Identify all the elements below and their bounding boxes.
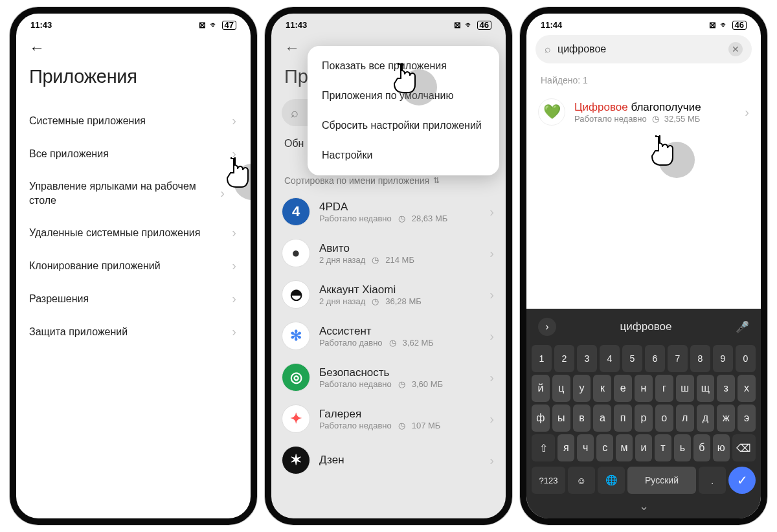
key[interactable]: ф [532, 405, 550, 432]
search-input[interactable]: ⌕ цифровое ✕ [535, 35, 752, 63]
app-name: Безопасность [319, 366, 480, 379]
key[interactable]: 0 [736, 345, 756, 372]
key[interactable]: 3 [577, 345, 597, 372]
popup-reset[interactable]: Сбросить настройки приложений [308, 111, 499, 140]
app-icon: ✻ [282, 322, 310, 350]
app-name: Дзен [319, 454, 480, 467]
search-icon: ⌕ [545, 43, 551, 55]
clock: 11:43 [286, 20, 307, 30]
app-row[interactable]: 44PDAРаботало недавно◷28,63 МБ› [271, 191, 506, 232]
menu-item-clone[interactable]: Клонирование приложений › [16, 249, 251, 282]
app-name: Авито [319, 242, 480, 255]
key[interactable]: л [676, 405, 694, 432]
key[interactable]: ц [552, 375, 570, 402]
app-row[interactable]: ✶Дзен› [271, 439, 506, 481]
alarm-icon: ⊠ [454, 20, 461, 30]
key[interactable]: з [717, 375, 735, 402]
key[interactable]: ш [676, 375, 694, 402]
key[interactable]: 7 [668, 345, 688, 372]
key[interactable]: 1 [532, 345, 552, 372]
key[interactable]: 2 [554, 345, 574, 372]
chevron-right-icon: › [220, 184, 225, 202]
key[interactable]: щ [697, 375, 715, 402]
key[interactable]: и [635, 434, 652, 461]
hide-keyboard-button[interactable]: ⌄ [530, 496, 757, 515]
symbols-key[interactable]: ?123 [532, 467, 565, 494]
menu-item-app-lock[interactable]: Защита приложений › [16, 315, 251, 348]
key[interactable]: о [655, 405, 673, 432]
key[interactable]: 6 [645, 345, 665, 372]
key[interactable]: 4 [600, 345, 620, 372]
language-key[interactable]: 🌐 [598, 467, 625, 494]
menu-label: Все приложения [29, 148, 109, 160]
menu-item-uninstalled[interactable]: Удаленные системные приложения › [16, 216, 251, 249]
chevron-right-icon: › [490, 412, 494, 427]
key[interactable]: р [635, 405, 653, 432]
storage-icon: ◷ [398, 379, 405, 389]
key[interactable]: ь [674, 434, 691, 461]
app-icon: ◓ [282, 280, 310, 309]
wifi-icon: ᯤ [210, 20, 218, 30]
popup-show-all[interactable]: Показать все приложения [308, 51, 499, 81]
app-icon: ✶ [282, 446, 310, 474]
menu-item-system-apps[interactable]: Системные приложения › [16, 104, 251, 137]
key[interactable]: п [614, 405, 632, 432]
sort-toggle[interactable]: Сортировка по имени приложения ⇅ [284, 175, 506, 186]
key[interactable]: 8 [690, 345, 710, 372]
key[interactable]: ж [717, 405, 735, 432]
key[interactable]: к [593, 375, 611, 402]
menu-item-all-apps[interactable]: Все приложения › [16, 137, 251, 170]
chevron-right-icon: › [490, 453, 494, 468]
key[interactable]: б [693, 434, 710, 461]
key[interactable]: т [655, 434, 671, 461]
key[interactable]: ю [713, 434, 730, 461]
key[interactable]: я [557, 434, 574, 461]
key[interactable]: й [532, 375, 550, 402]
key[interactable]: с [596, 434, 613, 461]
mic-icon[interactable]: 🎤 [736, 320, 749, 334]
battery-icon: 46 [732, 21, 747, 30]
statusbar: 11:43 ⊠ ᯤ 47 [16, 14, 251, 32]
phone-2: 11:43 ⊠ ᯤ 46 ← Пр ⌕ Обн Сортировка по им… [265, 7, 512, 525]
clear-button[interactable]: ✕ [728, 42, 743, 56]
menu-label: Разрешения [29, 293, 89, 305]
backspace-key[interactable]: ⌫ [732, 434, 756, 461]
app-row[interactable]: ◓Аккаунт Xiaomi2 дня назад◷36,28 МБ› [271, 274, 506, 315]
key[interactable]: э [738, 405, 756, 432]
suggestion-text[interactable]: цифровое [620, 320, 672, 333]
key[interactable]: н [635, 375, 653, 402]
app-row[interactable]: ◎БезопасностьРаботало недавно◷3,60 МБ› [271, 357, 506, 398]
menu-item-shortcuts[interactable]: Управление ярлыками на рабочем столе › [16, 170, 251, 216]
popup-default-apps[interactable]: Приложения по умолчанию [308, 81, 499, 111]
key[interactable]: 9 [713, 345, 733, 372]
period-key[interactable]: . [699, 467, 726, 494]
space-key[interactable]: Русский [627, 467, 696, 494]
shift-key[interactable]: ⇧ [532, 434, 555, 461]
key[interactable]: ы [552, 405, 570, 432]
key[interactable]: г [655, 375, 673, 402]
key[interactable]: х [738, 375, 756, 402]
app-icon: ✦ [282, 405, 310, 433]
popup-settings[interactable]: Настройки [308, 140, 499, 170]
emoji-key[interactable]: ☺ [568, 467, 595, 494]
key[interactable]: д [697, 405, 715, 432]
app-row[interactable]: ✦ГалереяРаботало недавно◷107 МБ› [271, 398, 506, 439]
back-button[interactable]: ← [29, 39, 251, 57]
menu-item-permissions[interactable]: Разрешения › [16, 282, 251, 315]
key[interactable]: в [573, 405, 591, 432]
enter-key[interactable]: ✓ [728, 467, 756, 494]
app-row[interactable]: ✻АссистентРаботало давно◷3,62 МБ› [271, 315, 506, 357]
key[interactable]: 5 [622, 345, 642, 372]
key[interactable]: м [616, 434, 633, 461]
search-result[interactable]: 💚 Цифровое благополучие Работало недавно… [526, 96, 761, 128]
key[interactable]: ч [577, 434, 594, 461]
key[interactable]: е [614, 375, 632, 402]
expand-suggestions-button[interactable]: › [538, 318, 556, 336]
app-row[interactable]: ●Авито2 дня назад◷214 МБ› [271, 232, 506, 274]
chevron-right-icon: › [490, 205, 494, 219]
storage-icon: ◷ [398, 214, 405, 223]
app-sub: 2 дня назад◷214 МБ [319, 255, 480, 265]
key[interactable]: у [573, 375, 591, 402]
chevron-right-icon: › [490, 246, 494, 261]
key[interactable]: а [593, 405, 611, 432]
